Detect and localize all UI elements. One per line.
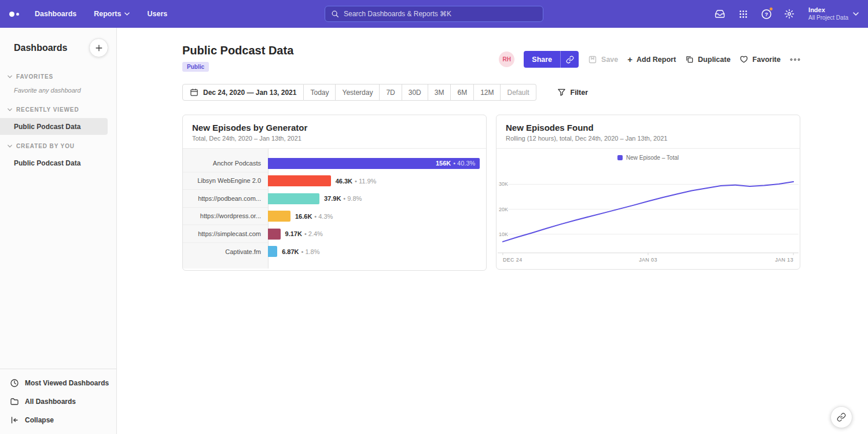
chevron-down-icon [853, 12, 859, 16]
bar-segment[interactable]: 156K• 40.3% [268, 158, 480, 169]
duplicate-button[interactable]: Duplicate [685, 55, 730, 64]
bar-card-subtitle: Total, Dec 24th, 2020 – Jan 13th, 2021 [192, 135, 477, 142]
date-preset-default[interactable]: Default [501, 84, 536, 101]
created-section-header[interactable]: CREATED BY YOU [0, 138, 116, 153]
bar-category-label: https://podbean.com... [183, 190, 268, 208]
page-header: Public Podcast Data Public RH Share Save [182, 44, 800, 72]
plus-icon [95, 44, 103, 52]
report-cards: New Episodes by Generator Total, Dec 24t… [182, 115, 800, 271]
line-card-title: New Episodes Found [506, 123, 790, 133]
page-title: Public Podcast Data [182, 44, 293, 57]
chevron-down-icon [124, 12, 130, 16]
bar-segment[interactable] [268, 175, 331, 186]
avatar[interactable]: RH [499, 52, 514, 67]
date-range-button[interactable]: Dec 24, 2020 — Jan 13, 2021 [182, 84, 304, 101]
inbox-icon [715, 9, 725, 19]
recent-section-header[interactable]: RECENTLY VIEWED [0, 102, 116, 116]
duplicate-icon [685, 55, 694, 64]
sidebar-item-label: Public Podcast Data [14, 123, 80, 131]
bar-segment[interactable] [268, 211, 290, 222]
filter-button[interactable]: Filter [557, 88, 589, 97]
bar-row: Libsyn WebEngine 2.046.3K• 11.9% [183, 172, 486, 190]
line-chart: 10K20K30KDEC 24JAN 03JAN 13 [496, 165, 800, 266]
project-name: Index [808, 6, 848, 14]
bar-row: Captivate.fm6.87K• 1.8% [183, 243, 486, 261]
legend-label: New Episode – Total [626, 155, 679, 161]
date-preset-30d[interactable]: 30D [402, 84, 428, 101]
share-button[interactable]: Share [524, 51, 560, 68]
mixpanel-logo[interactable] [9, 12, 35, 17]
content-row: Dashboards FAVORITES Favorite any dashbo… [0, 28, 868, 434]
bar-segment[interactable] [268, 193, 319, 204]
settings-gear-icon [784, 9, 795, 19]
date-preset-yesterday[interactable]: Yesterday [336, 84, 380, 101]
nav-reports[interactable]: Reports [94, 10, 130, 18]
bar-area: 156K• 40.3% [268, 155, 486, 172]
footer-item-label: Most Viewed Dashboards [25, 379, 109, 387]
save-button[interactable]: Save [588, 55, 618, 64]
sidebar-item-public-podcast-data-created[interactable]: Public Podcast Data [0, 155, 108, 171]
link-icon [566, 56, 574, 64]
bar-area: 6.87K• 1.8% [268, 243, 486, 261]
project-subtitle: All Project Data [808, 14, 848, 22]
more-dots-icon [790, 58, 800, 61]
chart-legend: New Episode – Total [496, 153, 800, 161]
sidebar-header: Dashboards [0, 28, 116, 65]
sidebar-item-label: Public Podcast Data [14, 159, 80, 167]
plus-icon: + [627, 55, 632, 64]
apps-button[interactable] [734, 5, 752, 23]
copy-link-button[interactable] [560, 51, 579, 68]
nav-dashboards[interactable]: Dashboards [35, 10, 76, 18]
sidebar-footer: Most Viewed Dashboards All Dashboards Co… [0, 369, 116, 434]
notification-badge [769, 7, 773, 11]
favorite-button[interactable]: Favorite [740, 55, 781, 64]
search-input[interactable] [344, 10, 537, 18]
favorites-section-header[interactable]: FAVORITES [0, 69, 116, 83]
line-chart-svg: 10K20K30KDEC 24JAN 03JAN 13 [498, 165, 799, 266]
title-block: Public Podcast Data Public [182, 44, 293, 72]
x-tick-label: DEC 24 [503, 257, 523, 263]
nav-users[interactable]: Users [147, 10, 167, 18]
help-button[interactable]: ? [757, 5, 775, 23]
bar-card-header[interactable]: New Episodes by Generator Total, Dec 24t… [183, 115, 486, 149]
search-icon [331, 10, 339, 18]
date-controls: Dec 24, 2020 — Jan 13, 2021 TodayYesterd… [182, 84, 800, 101]
all-dashboards-button[interactable]: All Dashboards [0, 392, 116, 411]
project-selector[interactable]: Index All Project Data [808, 6, 859, 21]
link-icon [837, 413, 846, 422]
bar-row: https://wordpress.or...16.6K• 4.3% [183, 208, 486, 226]
bar-segment[interactable] [268, 246, 277, 257]
logo-dot-large [9, 12, 14, 17]
add-report-button[interactable]: + Add Report [627, 55, 676, 64]
date-preset-12m[interactable]: 12M [474, 84, 501, 101]
y-tick-label: 20K [499, 207, 508, 212]
bar-area: 46.3K• 11.9% [268, 172, 486, 190]
bar-segment[interactable] [268, 229, 281, 240]
bar-value-label: 16.6K• 4.3% [295, 213, 333, 220]
inbox-button[interactable] [711, 5, 729, 23]
date-preset-7d[interactable]: 7D [380, 84, 402, 101]
sidebar-section-favorites: FAVORITES Favorite any dashboard [0, 69, 116, 98]
sidebar-item-public-podcast-data[interactable]: Public Podcast Data [0, 118, 108, 135]
svg-text:?: ? [764, 11, 768, 17]
more-options-button[interactable] [790, 58, 800, 61]
app-root: Dashboards Reports Users ? [0, 0, 868, 434]
most-viewed-dashboards-button[interactable]: Most Viewed Dashboards [0, 374, 116, 392]
date-preset-6m[interactable]: 6M [451, 84, 474, 101]
add-report-label: Add Report [637, 56, 676, 64]
date-preset-today[interactable]: Today [304, 84, 336, 101]
duplicate-label: Duplicate [698, 56, 730, 64]
share-link-fab[interactable] [830, 406, 852, 428]
bar-card-title: New Episodes by Generator [192, 123, 477, 133]
chevron-down-icon [8, 145, 12, 148]
bar-value-label: 9.17K• 2.4% [285, 230, 323, 237]
date-range-group: Dec 24, 2020 — Jan 13, 2021 TodayYesterd… [182, 84, 536, 101]
bar-area: 9.17K• 2.4% [268, 225, 486, 243]
footer-item-label: All Dashboards [25, 398, 76, 406]
global-search[interactable] [325, 6, 543, 22]
date-preset-3m[interactable]: 3M [428, 84, 451, 101]
settings-button[interactable] [781, 5, 798, 23]
collapse-sidebar-button[interactable]: Collapse [0, 411, 116, 429]
line-card-header[interactable]: New Episodes Found Rolling (12 hours), t… [496, 115, 800, 149]
create-dashboard-button[interactable] [89, 38, 108, 57]
